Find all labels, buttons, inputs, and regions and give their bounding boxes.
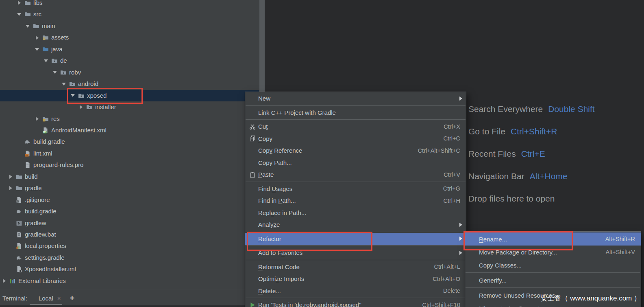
- tree-item-proguard-rules-pro[interactable]: proguard-rules.pro: [0, 159, 259, 171]
- context-menu-item-replace-in-path[interactable]: Replace in Path...: [245, 207, 466, 219]
- context-menu-item-find-usages[interactable]: Find UsagesCtrl+G: [245, 183, 466, 195]
- tree-item-assets[interactable]: assets: [0, 32, 259, 43]
- tree-collapsed-arrow-icon[interactable]: [7, 171, 14, 182]
- tree-collapsed-arrow-icon[interactable]: [78, 101, 84, 113]
- context-menu-separator: [246, 298, 466, 298]
- tree-expanded-arrow-icon[interactable]: [24, 20, 31, 32]
- tree-collapsed-arrow-icon[interactable]: [16, 0, 22, 9]
- tree-item-lint-xml[interactable]: <>lint.xml: [0, 148, 259, 159]
- menu-icon-slot: [249, 276, 258, 282]
- gradle-file-icon: [24, 138, 31, 145]
- menu-item-label: Cut: [258, 123, 268, 130]
- tree-item-build[interactable]: build: [0, 171, 259, 182]
- context-menu-item-copy-path[interactable]: Copy Path...: [245, 157, 466, 169]
- context-menu: NewLink C++ Project with GradleCutCtrl+X…: [245, 92, 466, 307]
- submenu-arrow-icon: [459, 96, 462, 101]
- gitignore-file-icon: [16, 197, 22, 203]
- package-folder-icon: [86, 104, 93, 110]
- tree-item-androidmanifest-xml[interactable]: MFAndroidManifest.xml: [0, 125, 259, 136]
- context-menu-item-add-to-favorites[interactable]: Add to Favorites: [245, 247, 466, 259]
- tree-expanded-arrow-icon[interactable]: [70, 90, 76, 101]
- context-menu-item-find-in-path[interactable]: Find in Path...Ctrl+H: [245, 195, 466, 207]
- tree-item-src[interactable]: src: [0, 9, 259, 20]
- tree-item-installer[interactable]: installer: [0, 101, 259, 113]
- context-menu-item-delete[interactable]: Delete...Delete: [245, 285, 466, 297]
- menu-icon-slot: [249, 209, 258, 216]
- tree-item-external-libraries[interactable]: External Libraries: [0, 275, 259, 287]
- terminal-new-tab-button[interactable]: +: [70, 294, 74, 303]
- context-menu-item-analyze[interactable]: Analyze: [245, 219, 466, 231]
- tree-item-settings-gradle[interactable]: settings.gradle: [0, 252, 259, 263]
- tree-collapsed-arrow-icon[interactable]: [1, 275, 7, 287]
- context-menu-item-refactor[interactable]: Refactor: [245, 233, 466, 245]
- submenu-arrow-icon: [459, 223, 462, 227]
- tree-item-label: settings.gradle: [25, 252, 65, 263]
- tree-item-build-gradle[interactable]: build.gradle: [0, 206, 259, 217]
- xml-file-icon: <>: [24, 150, 31, 157]
- context-menu-item-cut[interactable]: CutCtrl+X: [245, 121, 466, 133]
- refactor-submenu-item-move-package-or-directory[interactable]: Move Package or Directory...Alt+Shift+V: [465, 246, 641, 259]
- tree-collapsed-arrow-icon[interactable]: [7, 182, 14, 194]
- context-menu-item-new[interactable]: New: [245, 92, 466, 105]
- context-menu-separator: [246, 246, 466, 246]
- tree-expanded-arrow-icon[interactable]: [61, 78, 67, 90]
- context-menu-item-copy[interactable]: CopyCtrl+C: [245, 133, 466, 145]
- tree-item-label: .gitignore: [25, 194, 50, 206]
- tree-item-xposed[interactable]: xposed: [0, 90, 259, 101]
- tree-expanded-arrow-icon[interactable]: [16, 9, 22, 20]
- context-menu-item-reformat-code[interactable]: Reformat CodeCtrl+Alt+L: [245, 261, 466, 273]
- tree-item-build-gradle[interactable]: build.gradle: [0, 136, 259, 147]
- tree-item-label: gradlew: [25, 217, 46, 229]
- tree-item-gradlew[interactable]: gradlew: [0, 217, 259, 229]
- menu-icon-slot: [249, 109, 258, 116]
- tree-item-android[interactable]: android: [0, 78, 259, 90]
- context-menu-item-paste[interactable]: PasteCtrl+V: [245, 169, 466, 181]
- tree-item-gitignore[interactable]: .gitignore: [0, 194, 259, 206]
- tree-item-robv[interactable]: robv: [0, 67, 259, 78]
- menu-item-label: Link C++ Project with Gradle: [258, 109, 336, 116]
- terminal-tab-local[interactable]: Local: [39, 295, 53, 302]
- tree-item-local-properties[interactable]: local.properties: [0, 240, 259, 252]
- tree-item-res[interactable]: res: [0, 113, 259, 125]
- tree-expanded-arrow-icon[interactable]: [34, 44, 40, 55]
- package-folder-icon: [51, 57, 58, 64]
- menu-item-label: Delete...: [258, 287, 281, 294]
- refactor-submenu-item-generify[interactable]: Generify...: [465, 274, 641, 287]
- menu-item-label: Add to Favorites: [258, 249, 302, 256]
- context-menu-item-run-tests-in-de-robv-android-xposed[interactable]: Run 'Tests in 'de.robv.android.xposed''C…: [245, 299, 466, 307]
- refactor-submenu-item-copy-classes[interactable]: Copy Classes...: [465, 259, 641, 272]
- context-menu-item-link-c-project-with-gradle[interactable]: Link C++ Project with Gradle: [245, 107, 466, 119]
- submenu-arrow-icon: [459, 251, 462, 255]
- tree-item-gradle[interactable]: gradle: [0, 182, 259, 194]
- context-menu-item-copy-reference[interactable]: Copy ReferenceCtrl+Alt+Shift+C: [245, 145, 466, 157]
- context-menu-separator: [246, 232, 466, 232]
- tree-collapsed-arrow-icon[interactable]: [34, 113, 40, 125]
- hint-label: Drop files here to open: [468, 194, 555, 204]
- tree-item-main[interactable]: main: [0, 20, 259, 32]
- context-menu-item-optimize-imports[interactable]: Optimize ImportsCtrl+Alt+O: [245, 273, 466, 285]
- refactor-submenu-item-rename[interactable]: Rename...Alt+Shift+R: [465, 232, 641, 246]
- menu-icon-slot: [249, 185, 258, 192]
- menu-item-shortcut: Ctrl+G: [443, 185, 460, 192]
- tree-collapsed-arrow-icon[interactable]: [34, 32, 40, 43]
- folder-icon: [24, 11, 31, 18]
- menu-item-label: Find in Path...: [258, 197, 296, 204]
- tree-expanded-arrow-icon[interactable]: [43, 55, 49, 66]
- terminal-tab-close-icon[interactable]: ×: [57, 295, 61, 302]
- tree-item-label: gradlew.bat: [25, 229, 56, 240]
- tree-expanded-arrow-icon[interactable]: [52, 67, 58, 78]
- run-icon: [249, 302, 258, 307]
- properties-file-icon: [16, 243, 22, 249]
- tree-item-gradlew-bat[interactable]: gradlew.bat: [0, 229, 259, 240]
- package-folder-icon: [78, 92, 85, 99]
- menu-item-shortcut: Ctrl+X: [444, 123, 460, 130]
- menu-item-label: Run 'Tests in 'de.robv.android.xposed'': [258, 301, 361, 307]
- tree-item-java[interactable]: java: [0, 44, 259, 55]
- tree-item-xposedinstaller-iml[interactable]: XposedInstaller.iml: [0, 263, 259, 275]
- tree-item-label: assets: [51, 32, 69, 43]
- tree-item-libs[interactable]: libs: [0, 0, 259, 9]
- menu-item-label: Move Package or Directory...: [479, 249, 557, 256]
- menu-item-label: New: [258, 95, 270, 102]
- editor-empty-hints: Search EverywhereDouble ShiftGo to FileC…: [468, 98, 595, 210]
- tree-item-de[interactable]: de: [0, 55, 259, 66]
